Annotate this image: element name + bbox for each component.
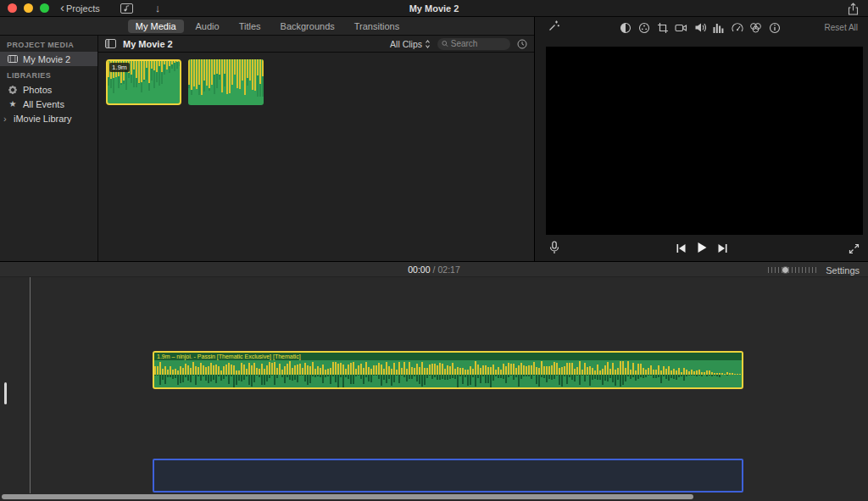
projects-back-label: Projects — [66, 3, 100, 14]
sidebar-item-label: All Events — [23, 99, 64, 109]
share-button[interactable] — [848, 3, 859, 19]
clip-grid: 1.9m — [106, 59, 264, 105]
equalizer-bars-icon — [713, 22, 724, 33]
video-preview — [546, 47, 863, 235]
play-button[interactable] — [696, 242, 707, 257]
clip-duration-badge: 1.9m — [109, 63, 130, 72]
sidebar-item-label: iMovie Library — [14, 114, 71, 124]
media-clip-thumbnail[interactable] — [188, 59, 264, 105]
timecode-display: 00:00/02:17 — [0, 264, 868, 275]
enhance-button[interactable] — [548, 19, 560, 36]
clip-info-button[interactable] — [768, 21, 781, 34]
filters-circles-icon — [749, 22, 762, 33]
sidebar-item-label: My Movie 2 — [23, 54, 70, 64]
speed-gauge-icon — [732, 22, 743, 33]
crop-icon — [657, 22, 669, 34]
imovie-window: ‹ Projects ↓ My Movie 2 My Media Audio T… — [0, 0, 868, 501]
download-button[interactable]: ↓ — [155, 4, 161, 13]
timeline-settings-button[interactable]: Settings — [826, 265, 860, 276]
voiceover-button[interactable] — [548, 241, 560, 258]
tab-audio[interactable]: Audio — [188, 19, 227, 33]
total-duration: 02:17 — [437, 264, 459, 275]
timeline-vertical-scrollbar[interactable] — [4, 382, 7, 404]
popup-chevrons-icon — [425, 39, 431, 49]
video-camera-icon — [675, 23, 687, 33]
play-icon — [696, 242, 707, 253]
color-balance-icon — [620, 22, 632, 34]
timeline-background-placeholder[interactable] — [153, 459, 743, 493]
search-input[interactable] — [451, 39, 506, 48]
viewer-panel: Reset All — [534, 17, 868, 261]
zoom-slider-track — [768, 267, 817, 273]
fullscreen-button[interactable] — [849, 242, 860, 258]
close-window-button[interactable] — [8, 3, 17, 13]
search-field[interactable] — [437, 38, 510, 50]
media-tabs-bar: My Media Audio Titles Backgrounds Transi… — [0, 17, 535, 36]
fullscreen-icon — [849, 243, 860, 254]
window-controls — [8, 3, 49, 13]
speed-button[interactable] — [731, 21, 743, 34]
share-icon — [848, 3, 859, 15]
back-chevron-icon: ‹ — [60, 3, 64, 12]
skip-back-button[interactable] — [675, 242, 687, 257]
tab-my-media[interactable]: My Media — [128, 19, 184, 33]
playhead[interactable] — [30, 277, 31, 493]
current-time: 00:00 — [408, 264, 430, 275]
clip-waveform — [188, 59, 264, 105]
download-arrow-icon: ↓ — [155, 2, 161, 14]
import-media-button[interactable] — [120, 3, 133, 14]
timeline-horizontal-scrollbar[interactable] — [2, 494, 693, 499]
skip-forward-icon — [716, 243, 728, 253]
color-correction-icon — [638, 22, 650, 34]
timeline-header: 00:00/02:17 Settings — [0, 261, 868, 277]
sidebar-item-all-events[interactable]: ★ All Events — [0, 97, 97, 111]
info-icon — [769, 22, 781, 34]
media-clip-thumbnail[interactable]: 1.9m — [106, 59, 181, 105]
noise-equalizer-button[interactable] — [712, 21, 725, 34]
color-balance-button[interactable] — [619, 21, 632, 34]
zoom-window-button[interactable] — [40, 3, 49, 13]
search-icon — [442, 40, 448, 47]
minimize-window-button[interactable] — [24, 3, 33, 13]
tab-transitions[interactable]: Transitions — [347, 19, 407, 33]
crop-button[interactable] — [656, 21, 669, 34]
media-browser-header: My Movie 2 All Clips — [98, 36, 534, 53]
tab-titles[interactable]: Titles — [231, 19, 269, 33]
photos-icon — [8, 85, 18, 95]
clip-filters-button[interactable] — [749, 21, 762, 34]
color-correction-button[interactable] — [637, 21, 650, 34]
timeline-audio-clip[interactable]: 1.9m – ninjoi. - Passin [Thematic Exclus… — [153, 351, 743, 389]
audio-clip-waveform — [154, 360, 742, 387]
projects-back-button[interactable]: ‹ Projects — [60, 3, 100, 14]
tab-backgrounds[interactable]: Backgrounds — [273, 19, 342, 33]
audio-clip-label: 1.9m – ninjoi. - Passin [Thematic Exclus… — [154, 353, 742, 360]
sidebar-item-label: Photos — [23, 85, 52, 95]
disclosure-chevron-icon: › — [3, 114, 8, 124]
microphone-icon — [548, 241, 560, 254]
magic-wand-icon — [548, 19, 560, 32]
clips-filter-dropdown[interactable]: All Clips — [390, 39, 431, 49]
sidebar-item-photos[interactable]: Photos — [0, 82, 97, 97]
viewer-toolbar: Reset All — [535, 17, 868, 37]
sidebar-item-my-movie-2[interactable]: My Movie 2 — [0, 52, 97, 66]
recents-clock-icon[interactable] — [517, 39, 527, 49]
timeline[interactable]: 1.9m – ninjoi. - Passin [Thematic Exclus… — [0, 277, 868, 501]
media-browser: My Movie 2 All Clips 1.9m — [98, 36, 534, 261]
stabilization-button[interactable] — [675, 21, 687, 34]
import-media-icon — [120, 3, 133, 14]
speaker-icon — [694, 22, 706, 33]
volume-button[interactable] — [693, 21, 706, 34]
sidebar-toggle-icon[interactable] — [105, 39, 116, 48]
skip-back-icon — [675, 243, 687, 253]
events-star-icon: ★ — [8, 99, 18, 109]
libraries-header: LIBRARIES — [0, 66, 97, 82]
skip-forward-button[interactable] — [716, 242, 728, 257]
sidebar-item-imovie-library[interactable]: › iMovie Library — [0, 111, 97, 125]
timeline-zoom-slider[interactable] — [768, 265, 817, 275]
sidebar: PROJECT MEDIA My Movie 2 LIBRARIES Photo… — [0, 36, 98, 261]
project-media-header: PROJECT MEDIA — [0, 36, 97, 52]
clips-filter-label: All Clips — [390, 39, 422, 49]
reset-all-button[interactable]: Reset All — [825, 23, 858, 32]
playback-controls — [535, 237, 868, 261]
titlebar: ‹ Projects ↓ My Movie 2 — [0, 0, 868, 17]
